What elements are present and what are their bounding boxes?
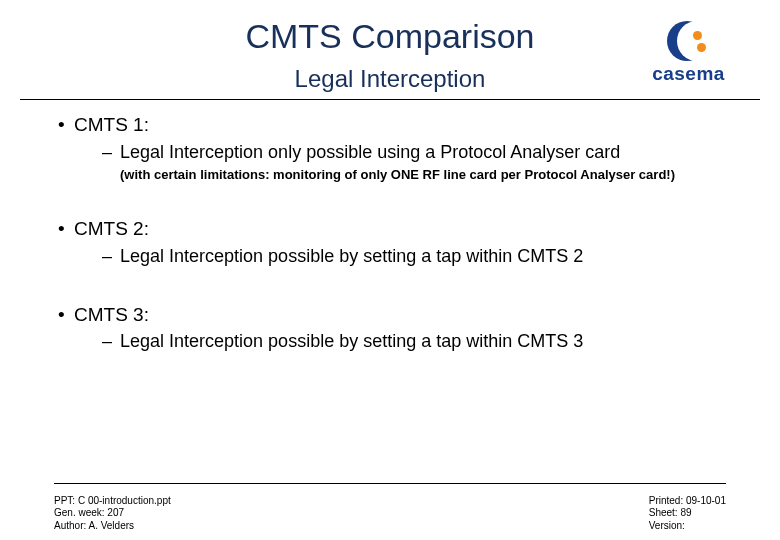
subbullet-text: Legal Interception possible by setting a…	[120, 246, 583, 266]
subbullet-cmts2: –Legal Interception possible by setting …	[102, 244, 740, 268]
logo-text: casema	[652, 63, 725, 85]
slide-subtitle: Legal Interception	[110, 65, 670, 93]
slide: CMTS Comparison Legal Interception casem…	[0, 0, 780, 540]
brand-logo: casema	[621, 20, 756, 86]
bullet-icon: •	[58, 112, 74, 138]
dash-icon: –	[102, 244, 120, 268]
slide-header: CMTS Comparison Legal Interception casem…	[0, 0, 780, 93]
bullet-text: CMTS 2:	[74, 218, 149, 239]
subbullet-text: Legal Interception possible by setting a…	[120, 331, 583, 351]
bullet-cmts3: •CMTS 3:	[58, 302, 740, 328]
subbullet-cmts3: –Legal Interception possible by setting …	[102, 329, 740, 353]
bullet-text: CMTS 3:	[74, 304, 149, 325]
logo-icon	[667, 21, 711, 61]
bullet-cmts1: •CMTS 1:	[58, 112, 740, 138]
note-cmts1: (with certain limitations: monitoring of…	[120, 166, 740, 184]
bullet-icon: •	[58, 302, 74, 328]
bullet-icon: •	[58, 216, 74, 242]
bullet-text: CMTS 1:	[74, 114, 149, 135]
subbullet-cmts1: –Legal Interception only possible using …	[102, 140, 740, 164]
footer-divider	[54, 483, 726, 484]
dash-icon: –	[102, 140, 120, 164]
subbullet-text: Legal Interception only possible using a…	[120, 142, 620, 162]
bullet-cmts2: •CMTS 2:	[58, 216, 740, 242]
slide-footer: PPT: C 00-introduction.ppt Gen. week: 20…	[54, 495, 726, 533]
footer-right: Printed: 09-10-01 Sheet: 89 Version:	[649, 495, 726, 533]
footer-left: PPT: C 00-introduction.ppt Gen. week: 20…	[54, 495, 171, 533]
slide-content: •CMTS 1: –Legal Interception only possib…	[0, 100, 780, 353]
dash-icon: –	[102, 329, 120, 353]
slide-title: CMTS Comparison	[110, 18, 670, 55]
